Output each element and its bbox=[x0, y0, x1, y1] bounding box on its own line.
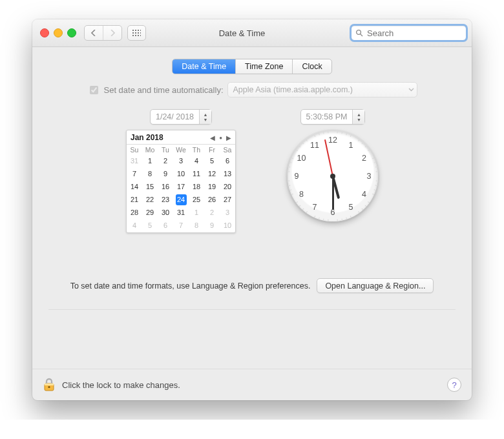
calendar-day[interactable]: 11 bbox=[189, 168, 204, 181]
search-icon bbox=[355, 29, 363, 37]
forward-button[interactable] bbox=[103, 26, 121, 40]
calendar-day[interactable]: 3 bbox=[220, 207, 235, 220]
clock-numeral: 8 bbox=[296, 190, 308, 199]
calendar-dow: Fr bbox=[204, 145, 220, 155]
calendar-day[interactable]: 31 bbox=[127, 155, 142, 168]
calendar-day[interactable]: 10 bbox=[173, 168, 189, 181]
open-language-region-button[interactable]: Open Language & Region... bbox=[317, 278, 434, 293]
svg-rect-15 bbox=[45, 383, 54, 385]
calendar-day[interactable]: 21 bbox=[127, 194, 142, 207]
calendar-day[interactable]: 9 bbox=[204, 220, 220, 232]
clock-numeral: 2 bbox=[358, 154, 370, 163]
clock-numeral: 7 bbox=[309, 203, 320, 212]
close-icon[interactable] bbox=[40, 28, 49, 37]
window-controls bbox=[37, 28, 79, 37]
lock-text: Click the lock to make changes. bbox=[62, 380, 180, 390]
calendar-day[interactable]: 10 bbox=[220, 220, 235, 232]
calendar-dow: We bbox=[173, 145, 189, 155]
calendar-day[interactable]: 15 bbox=[142, 181, 158, 194]
calendar-day[interactable]: 24 bbox=[173, 194, 189, 207]
back-button[interactable] bbox=[85, 26, 103, 40]
date-stepper[interactable]: 1/24/ 2018 ▲▼ bbox=[150, 109, 212, 125]
calendar-day[interactable]: 6 bbox=[220, 155, 235, 168]
clock-numeral: 11 bbox=[309, 141, 320, 150]
calendar-day[interactable]: 8 bbox=[142, 168, 158, 181]
show-all-button[interactable] bbox=[127, 25, 146, 41]
calendar-day[interactable]: 9 bbox=[158, 168, 173, 181]
clock-numeral: 10 bbox=[296, 154, 308, 163]
lock-icon[interactable] bbox=[43, 377, 56, 393]
calendar-day[interactable]: 30 bbox=[158, 207, 173, 220]
auto-datetime-checkbox[interactable] bbox=[90, 86, 98, 94]
clock-numeral: 4 bbox=[358, 190, 370, 199]
window-title: Date & Time bbox=[151, 28, 346, 38]
clock-numeral: 3 bbox=[363, 172, 375, 181]
calendar-day[interactable]: 7 bbox=[173, 220, 189, 232]
svg-point-12 bbox=[357, 30, 361, 35]
open-language-region-label: Open Language & Region... bbox=[325, 281, 425, 291]
calendar-day[interactable]: 5 bbox=[142, 220, 158, 232]
calendar-day[interactable]: 12 bbox=[204, 168, 220, 181]
calendar-day[interactable]: 14 bbox=[127, 181, 142, 194]
format-hint-text: To set date and time formats, use Langua… bbox=[70, 281, 311, 291]
tab-date-time[interactable]: Date & Time bbox=[173, 59, 235, 74]
calendar-day[interactable]: 17 bbox=[173, 181, 189, 194]
calendar-day[interactable]: 20 bbox=[220, 181, 235, 194]
calendar-day[interactable]: 18 bbox=[189, 181, 204, 194]
time-server-value: Apple Asia (time.asia.apple.com.) bbox=[233, 85, 353, 94]
time-value: 5:30:58 PM bbox=[301, 112, 353, 121]
calendar-day[interactable]: 5 bbox=[204, 155, 220, 168]
tab-clock[interactable]: Clock bbox=[292, 59, 331, 74]
help-icon: ? bbox=[452, 380, 456, 390]
titlebar: Date & Time bbox=[32, 19, 472, 47]
calendar-day[interactable]: 31 bbox=[173, 207, 189, 220]
calendar-day[interactable]: 4 bbox=[127, 220, 142, 232]
calendar-day[interactable]: 27 bbox=[220, 194, 235, 207]
tab-time-zone[interactable]: Time Zone bbox=[235, 59, 292, 74]
calendar-day[interactable]: 7 bbox=[127, 168, 142, 181]
date-stepper-arrows[interactable]: ▲▼ bbox=[199, 110, 211, 124]
calendar-day[interactable]: 4 bbox=[189, 155, 204, 168]
calendar-day[interactable]: 1 bbox=[189, 207, 204, 220]
calendar-prev-icon[interactable]: ◀ bbox=[210, 134, 215, 141]
calendar-day[interactable]: 3 bbox=[173, 155, 189, 168]
time-server-combo[interactable]: Apple Asia (time.asia.apple.com.) bbox=[227, 82, 417, 97]
calendar-day[interactable]: 29 bbox=[142, 207, 158, 220]
calendar-dow: Th bbox=[189, 145, 204, 155]
calendar-day[interactable]: 2 bbox=[204, 207, 220, 220]
calendar-day[interactable]: 1 bbox=[142, 155, 158, 168]
calendar-day[interactable]: 28 bbox=[127, 207, 142, 220]
calendar-day[interactable]: 22 bbox=[142, 194, 158, 207]
search-input[interactable] bbox=[366, 28, 462, 39]
auto-datetime-label: Set date and time automatically: bbox=[104, 85, 224, 95]
calendar-day[interactable]: 26 bbox=[204, 194, 220, 207]
svg-rect-8 bbox=[132, 35, 134, 36]
calendar-dow: Sa bbox=[220, 145, 235, 155]
calendar-day[interactable]: 23 bbox=[158, 194, 173, 207]
nav-back-forward bbox=[84, 25, 122, 41]
calendar-day[interactable]: 6 bbox=[158, 220, 173, 232]
calendar-day[interactable]: 19 bbox=[204, 181, 220, 194]
svg-point-16 bbox=[48, 386, 50, 388]
pane-tabs: Date & TimeTime ZoneClock bbox=[172, 59, 331, 74]
calendar-day[interactable]: 8 bbox=[189, 220, 204, 232]
calendar-day[interactable]: 2 bbox=[158, 155, 173, 168]
svg-rect-9 bbox=[135, 35, 136, 36]
calendar-today-icon[interactable]: ● bbox=[219, 135, 222, 141]
help-button[interactable]: ? bbox=[447, 378, 461, 392]
search-field[interactable] bbox=[351, 25, 467, 41]
calendar-next-icon[interactable]: ▶ bbox=[226, 134, 231, 141]
clock-numeral: 9 bbox=[291, 172, 302, 181]
calendar-day[interactable]: 25 bbox=[189, 194, 204, 207]
calendar-day[interactable]: 13 bbox=[220, 168, 235, 181]
svg-rect-4 bbox=[132, 32, 134, 34]
svg-line-13 bbox=[361, 34, 362, 36]
format-hint-row: To set date and time formats, use Langua… bbox=[48, 278, 456, 310]
time-stepper-arrows[interactable]: ▲▼ bbox=[352, 110, 364, 124]
pane-date-time: Set date and time automatically: Apple A… bbox=[32, 82, 472, 318]
clock-numeral: 1 bbox=[345, 141, 357, 150]
minimize-icon[interactable] bbox=[54, 28, 63, 37]
calendar-day[interactable]: 16 bbox=[158, 181, 173, 194]
time-stepper[interactable]: 5:30:58 PM ▲▼ bbox=[300, 109, 366, 125]
zoom-icon[interactable] bbox=[67, 28, 76, 37]
